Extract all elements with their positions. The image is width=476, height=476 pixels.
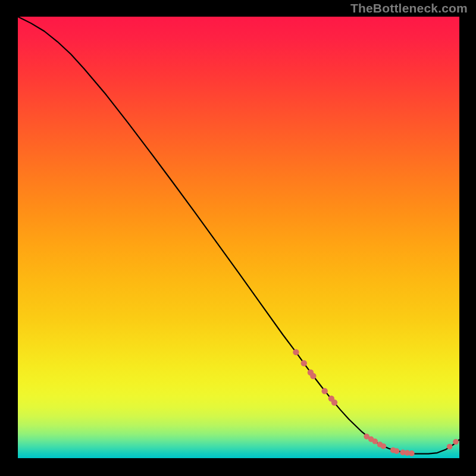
chart-marker	[394, 448, 400, 454]
chart-marker	[381, 443, 387, 449]
chart-marker	[453, 439, 459, 445]
chart-marker	[293, 349, 299, 355]
chart-marker	[372, 439, 378, 444]
chart-stage: TheBottleneck.com	[0, 0, 476, 476]
chart-marker	[310, 373, 316, 379]
chart-marker	[331, 399, 337, 405]
chart-marker	[321, 388, 327, 394]
chart-marker	[447, 444, 453, 450]
chart-line-curve	[18, 17, 459, 454]
chart-overlay-svg	[18, 17, 459, 458]
chart-marker	[409, 450, 415, 456]
chart-marker-layer	[293, 349, 459, 456]
watermark-text: TheBottleneck.com	[350, 1, 468, 15]
chart-marker	[301, 360, 307, 366]
